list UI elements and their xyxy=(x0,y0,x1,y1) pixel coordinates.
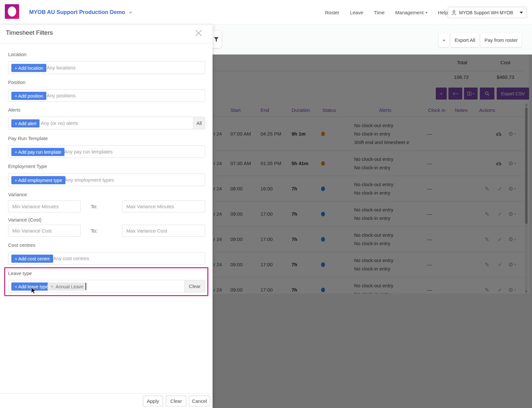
add-employment-type-button[interactable]: + Add employment type xyxy=(11,176,65,184)
close-icon[interactable] xyxy=(195,29,202,37)
employment-filter-box[interactable]: + Add employment type Any employment typ… xyxy=(8,174,205,186)
chevron-down-icon xyxy=(519,11,523,14)
annual-leave-chip[interactable]: × Annual Leave xyxy=(48,282,87,291)
alerts-label: Alerts xyxy=(8,107,20,113)
location-filter-box[interactable]: + Add location Any locations xyxy=(8,61,205,74)
nav-management-label: Management xyxy=(395,10,424,15)
leave-clear-button[interactable]: Clear xyxy=(184,280,205,292)
timesheet-filters-panel: Timesheet Filters Location + Add locatio… xyxy=(0,25,213,408)
location-label: Location xyxy=(8,52,27,57)
page: Total Cost 106.72 $460.73 + ≡▾ ▾ Export … xyxy=(0,0,532,408)
add-cost-centre-button[interactable]: + Add cost centre xyxy=(11,255,53,263)
alerts-placeholder: Any (or no) alerts xyxy=(41,117,78,129)
variance-label: Variance xyxy=(8,192,27,197)
nav-management[interactable]: Management ▾ xyxy=(395,10,427,15)
chip-label: Annual Leave xyxy=(56,284,84,289)
variance-cost-to-label: To: xyxy=(91,228,97,234)
min-variance-cost-input[interactable] xyxy=(8,225,81,237)
variance-to-label: To: xyxy=(91,204,97,209)
business-name: MYOB AU Support Production Demo xyxy=(29,9,125,16)
cost-centres-placeholder: Any cost centres xyxy=(53,252,89,264)
position-filter-box[interactable]: + Add position Any positions xyxy=(8,89,205,102)
nav-leave[interactable]: Leave xyxy=(350,10,363,15)
apply-button[interactable]: Apply xyxy=(143,396,163,406)
header-divider-line xyxy=(22,6,22,19)
panel-title: Timesheet Filters xyxy=(6,29,53,36)
myob-logo-mark xyxy=(8,6,16,17)
alerts-all-toggle[interactable]: All xyxy=(193,117,205,129)
add-pay-run-template-button[interactable]: + Add pay run template xyxy=(11,148,64,156)
chevron-down-icon xyxy=(129,11,132,14)
user-icon xyxy=(451,10,457,15)
min-variance-minutes-input[interactable] xyxy=(8,200,81,212)
add-leave-type-button[interactable]: + Add leave type xyxy=(11,282,52,291)
employment-placeholder: Any employment types xyxy=(65,174,114,186)
add-position-button[interactable]: + Add position xyxy=(11,92,46,100)
user-menu[interactable]: MYOB Support WH MYOB xyxy=(448,7,527,18)
cost-centres-filter-box[interactable]: + Add cost centre Any cost centres xyxy=(8,252,205,265)
position-label: Position xyxy=(8,79,25,85)
cancel-button[interactable]: Cancel xyxy=(189,396,210,406)
nav-help[interactable]: Help xyxy=(438,10,448,15)
chevron-down-icon: ▾ xyxy=(425,11,427,14)
remove-chip-icon[interactable]: × xyxy=(51,284,53,289)
add-location-button[interactable]: + Add location xyxy=(11,64,46,72)
pay-run-placeholder: Any pay run templates xyxy=(64,146,112,158)
max-variance-cost-input[interactable] xyxy=(122,225,205,237)
panel-footer-divider xyxy=(0,393,213,394)
app-header: MYOB AU Support Production Demo Roster L… xyxy=(0,0,532,25)
clear-button[interactable]: Clear xyxy=(166,396,186,406)
alerts-filter-box[interactable]: + Add alert Any (or no) alerts All xyxy=(8,117,205,129)
pay-run-template-label: Pay Run Template xyxy=(8,136,48,141)
pay-from-roster-button[interactable]: Pay from roster xyxy=(480,33,522,47)
text-cursor xyxy=(86,283,86,290)
max-variance-minutes-input[interactable] xyxy=(122,200,205,212)
leave-type-label: Leave type xyxy=(8,270,32,276)
add-alert-button[interactable]: + Add alert xyxy=(11,119,40,127)
export-all-button[interactable]: Export All xyxy=(451,33,479,47)
user-name: MYOB Support WH MYOB xyxy=(459,10,517,15)
position-placeholder: Any positions xyxy=(47,90,75,102)
variance-cost-label: Variance (Cost) xyxy=(8,217,41,222)
panel-header-divider xyxy=(0,43,213,43)
location-placeholder: Any locations xyxy=(47,62,75,74)
pay-run-filter-box[interactable]: + Add pay run template Any pay run templ… xyxy=(8,145,205,158)
filter-funnel-icon xyxy=(214,37,219,42)
nav-roster[interactable]: Roster xyxy=(325,10,339,15)
myob-logo[interactable] xyxy=(5,4,19,19)
add-button[interactable]: + xyxy=(439,33,449,47)
cost-centres-label: Cost centres xyxy=(8,242,35,248)
main-nav: Roster Leave Time Management ▾ Help xyxy=(325,0,448,25)
nav-time[interactable]: Time xyxy=(374,10,385,15)
leave-type-filter-box[interactable]: + Add leave type × Annual Leave Clear xyxy=(8,280,205,293)
employment-type-label: Employment Type xyxy=(8,163,47,169)
business-switcher[interactable]: MYOB AU Support Production Demo xyxy=(29,0,132,25)
